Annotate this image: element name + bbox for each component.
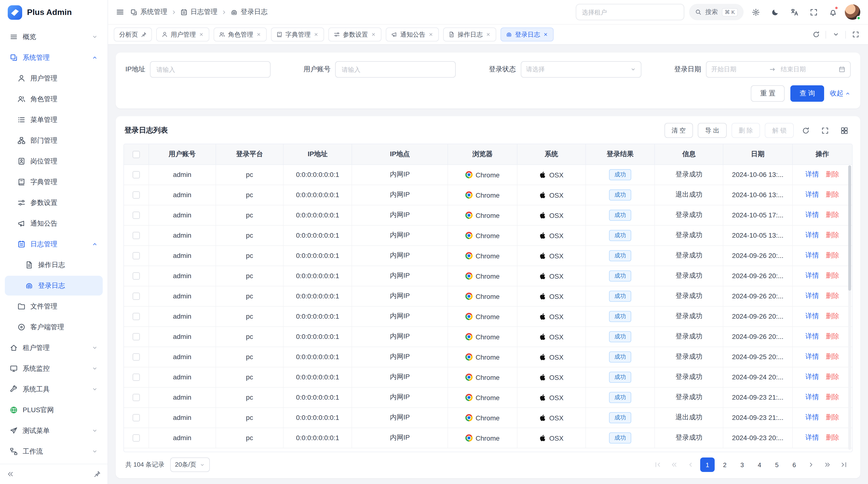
close-icon[interactable]	[313, 32, 319, 37]
delete-link[interactable]: 删除	[826, 251, 839, 260]
dark-mode-button[interactable]	[768, 5, 782, 19]
close-icon[interactable]	[371, 32, 376, 37]
close-icon[interactable]	[543, 32, 548, 37]
sidebar-item-role[interactable]: 角色管理	[5, 89, 103, 109]
row-checkbox[interactable]	[133, 434, 140, 442]
tab-role[interactable]: 角色管理	[214, 28, 267, 41]
delete-button[interactable]: 删 除	[732, 123, 760, 138]
delete-link[interactable]: 删除	[826, 170, 839, 179]
unlock-button[interactable]: 解 锁	[765, 123, 794, 138]
table-fullscreen-button[interactable]	[818, 123, 832, 138]
page-button-5[interactable]: 5	[770, 457, 784, 472]
delete-link[interactable]: 删除	[826, 393, 839, 401]
delete-link[interactable]: 删除	[826, 352, 839, 361]
export-button[interactable]: 导 出	[698, 123, 726, 138]
row-checkbox[interactable]	[133, 171, 140, 179]
delete-link[interactable]: 删除	[826, 373, 839, 381]
row-checkbox[interactable]	[133, 293, 140, 300]
row-checkbox[interactable]	[133, 394, 140, 401]
tab-user[interactable]: 用户管理	[156, 28, 209, 41]
sidebar-item-overview[interactable]: 概览	[5, 27, 103, 47]
query-button[interactable]: 查 询	[790, 85, 824, 102]
sidebar-item-param[interactable]: 参数设置	[5, 193, 103, 213]
row-checkbox[interactable]	[133, 212, 140, 219]
column-settings-button[interactable]	[837, 123, 851, 138]
delete-link[interactable]: 删除	[826, 312, 839, 321]
sidebar-item-system[interactable]: 系统管理	[5, 48, 103, 67]
detail-link[interactable]: 详情	[806, 251, 819, 260]
row-checkbox[interactable]	[133, 354, 140, 361]
delete-link[interactable]: 删除	[826, 211, 839, 219]
detail-link[interactable]: 详情	[806, 332, 819, 341]
close-icon[interactable]	[486, 32, 491, 37]
ip-input[interactable]	[150, 61, 271, 77]
page-button-6[interactable]: 6	[787, 457, 802, 472]
detail-link[interactable]: 详情	[806, 231, 819, 239]
sidebar-item-tool[interactable]: 系统工具	[5, 379, 103, 399]
page-button-3[interactable]: 3	[735, 457, 749, 472]
table-scrollbar[interactable]	[848, 165, 851, 450]
row-checkbox[interactable]	[133, 313, 140, 320]
delete-link[interactable]: 删除	[826, 190, 839, 199]
detail-link[interactable]: 详情	[806, 170, 819, 179]
sidebar-item-log[interactable]: 日志管理	[5, 234, 103, 254]
jump-back-button[interactable]	[668, 458, 681, 472]
tab-operlog[interactable]: 操作日志	[443, 28, 496, 41]
sidebar-item-file[interactable]: 文件管理	[5, 296, 103, 316]
row-checkbox[interactable]	[133, 414, 140, 422]
prev-page-button[interactable]	[684, 458, 697, 472]
sidebar-item-tenant[interactable]: 租户管理	[5, 338, 103, 358]
tab-param[interactable]: 参数设置	[329, 28, 381, 41]
delete-link[interactable]: 删除	[826, 413, 839, 422]
menu-toggle-icon[interactable]	[116, 8, 124, 17]
sidebar-item-user[interactable]: 用户管理	[5, 68, 103, 88]
sidebar-item-monitor[interactable]: 系统监控	[5, 359, 103, 379]
refresh-tab-button[interactable]	[809, 28, 823, 41]
detail-link[interactable]: 详情	[806, 312, 819, 321]
clear-button[interactable]: 清 空	[664, 123, 693, 138]
sidebar-item-post[interactable]: 岗位管理	[5, 151, 103, 171]
row-checkbox[interactable]	[133, 192, 140, 199]
refresh-table-button[interactable]	[799, 123, 813, 138]
row-checkbox[interactable]	[133, 333, 140, 341]
global-search-button[interactable]: 搜索 ⌘ K	[689, 4, 744, 20]
page-size-select[interactable]: 20条/页	[170, 457, 210, 472]
detail-link[interactable]: 详情	[806, 393, 819, 401]
tab-notice[interactable]: 通知公告	[386, 28, 439, 41]
detail-link[interactable]: 详情	[806, 211, 819, 219]
detail-link[interactable]: 详情	[806, 352, 819, 361]
next-page-button[interactable]	[804, 458, 818, 472]
notifications-button[interactable]	[826, 5, 840, 19]
language-button[interactable]	[787, 5, 802, 19]
last-page-button[interactable]	[837, 458, 850, 472]
sidebar-item-notice[interactable]: 通知公告	[5, 214, 103, 233]
row-checkbox[interactable]	[133, 252, 140, 260]
detail-link[interactable]: 详情	[806, 413, 819, 422]
breadcrumb-item[interactable]: 登录日志	[230, 8, 268, 17]
row-checkbox[interactable]	[133, 374, 140, 381]
tenant-select-input[interactable]	[576, 4, 684, 20]
scrollbar-thumb[interactable]	[848, 165, 851, 290]
select-all-checkbox[interactable]	[133, 151, 140, 158]
close-icon[interactable]	[428, 32, 434, 37]
sidebar-item-workflow[interactable]: 工作流	[5, 442, 103, 461]
detail-link[interactable]: 详情	[806, 373, 819, 381]
sidebar-item-client[interactable]: 客户端管理	[5, 317, 103, 337]
user-avatar[interactable]	[845, 4, 860, 20]
close-icon[interactable]	[256, 32, 261, 37]
sidebar-item-menu[interactable]: 菜单管理	[5, 110, 103, 130]
date-range-picker[interactable]: 开始日期 结束日期	[706, 61, 850, 77]
detail-link[interactable]: 详情	[806, 292, 819, 300]
jump-forward-button[interactable]	[821, 458, 834, 472]
first-page-button[interactable]	[651, 458, 664, 472]
detail-link[interactable]: 详情	[806, 190, 819, 199]
sidebar-item-plus-site[interactable]: PLUS官网	[5, 400, 103, 420]
page-button-1[interactable]: 1	[700, 457, 715, 472]
delete-link[interactable]: 删除	[826, 231, 839, 239]
collapse-sidebar-icon[interactable]	[7, 471, 14, 478]
account-input[interactable]	[335, 61, 456, 77]
row-checkbox[interactable]	[133, 232, 140, 239]
sidebar-item-dict[interactable]: 字典管理	[5, 172, 103, 192]
settings-button[interactable]	[748, 5, 763, 19]
row-checkbox[interactable]	[133, 272, 140, 280]
